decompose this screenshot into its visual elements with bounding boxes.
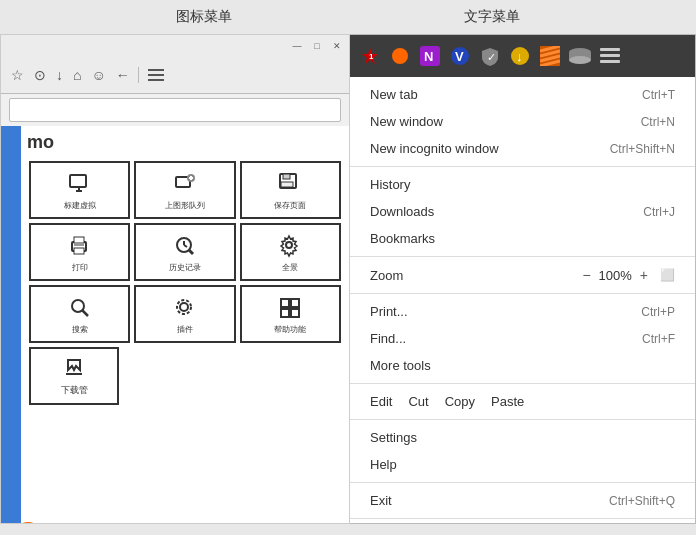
download-icon[interactable]: ↓: [54, 65, 65, 85]
download-manage-label: 下载管: [61, 384, 88, 397]
left-panel-title: 图标菜单: [176, 8, 232, 26]
paste-button[interactable]: Paste: [491, 394, 524, 409]
upload-queue-label: 上图形队列: [165, 200, 205, 211]
circle-icon[interactable]: ⊙: [32, 65, 48, 85]
icon-menu-panel: — □ ✕ ☆ ⊙ ↓ ⌂ ☺ ←: [0, 34, 350, 524]
svg-rect-23: [281, 299, 289, 307]
mo-text: mo: [27, 132, 343, 153]
search-icon: [66, 294, 94, 322]
toolbar-yellow-download-icon[interactable]: ↓: [508, 44, 532, 68]
toolbar-gray-shield-icon[interactable]: ✓: [478, 44, 502, 68]
zoom-row: Zoom − 100% + ⬜: [350, 261, 695, 289]
nav-bar: ☆ ⊙ ↓ ⌂ ☺ ←: [1, 57, 349, 93]
zoom-plus-button[interactable]: +: [640, 267, 648, 283]
toolbar-purple-n-icon[interactable]: N: [418, 44, 442, 68]
svg-text:N: N: [424, 49, 433, 64]
zoom-minus-button[interactable]: −: [582, 267, 590, 283]
zoom-label: Zoom: [370, 268, 570, 283]
svg-point-45: [569, 56, 591, 64]
toolbar-hamburger-icon[interactable]: [598, 44, 622, 68]
star-icon[interactable]: ☆: [9, 65, 26, 85]
history-menu-label: History: [370, 177, 675, 192]
menu-item-downloads[interactable]: Downloads Ctrl+J: [350, 198, 695, 225]
hamburger-menu-button[interactable]: [145, 64, 167, 86]
menu-item-history[interactable]: History: [350, 171, 695, 198]
text-menu-panel: 1 N V: [350, 34, 696, 524]
toolbar-orange-circle-icon[interactable]: [388, 44, 412, 68]
svg-rect-11: [74, 248, 84, 254]
svg-rect-46: [600, 48, 620, 51]
svg-rect-48: [600, 60, 620, 63]
help-label: Help: [370, 457, 675, 472]
svg-line-20: [82, 310, 88, 316]
find-shortcut: Ctrl+F: [642, 332, 675, 346]
cut-button[interactable]: Cut: [408, 394, 428, 409]
menu-item-new-incognito[interactable]: New incognito window Ctrl+Shift+N: [350, 135, 695, 162]
icon-cell-print[interactable]: 打印: [29, 223, 130, 281]
icon-cell-settings[interactable]: 全景: [240, 223, 341, 281]
icon-cell-history[interactable]: 历史记录: [134, 223, 235, 281]
save-page-icon: [276, 170, 304, 198]
copy-button[interactable]: Copy: [445, 394, 475, 409]
icon-cell-download-manage[interactable]: 下载管: [29, 347, 119, 405]
svg-rect-12: [74, 237, 84, 243]
menu-item-help[interactable]: Help: [350, 451, 695, 478]
zoom-value: 100%: [599, 268, 632, 283]
find-label: Find...: [370, 331, 642, 346]
help-features-label: 帮助功能: [274, 324, 306, 335]
print-shortcut: Ctrl+P: [641, 305, 675, 319]
icon-cell-create-virtual[interactable]: 标建虚拟: [29, 161, 130, 219]
title-bar: — □ ✕: [1, 35, 349, 57]
download-manage-icon: [62, 356, 86, 382]
print-menu-label: Print...: [370, 304, 641, 319]
icon-cell-help-features[interactable]: 帮助功能: [240, 285, 341, 343]
icon-grid: 标建虚拟 上图形队列: [27, 159, 343, 345]
new-window-shortcut: Ctrl+N: [641, 115, 675, 129]
home-icon[interactable]: ⌂: [71, 65, 83, 85]
menu-section-zoom: Zoom − 100% + ⬜: [350, 257, 695, 294]
maximize-button[interactable]: □: [311, 40, 323, 52]
icon-cell-upload-queue[interactable]: 上图形队列: [134, 161, 235, 219]
menu-section-exit: Exit Ctrl+Shift+Q: [350, 483, 695, 519]
blue-sidebar: [1, 126, 21, 524]
menu-item-new-window[interactable]: New window Ctrl+N: [350, 108, 695, 135]
svg-line-17: [189, 250, 193, 254]
exit-shortcut: Ctrl+Shift+Q: [609, 494, 675, 508]
menu-item-find[interactable]: Find... Ctrl+F: [350, 325, 695, 352]
bottom-row: 下载管: [27, 345, 343, 407]
menu-item-exit[interactable]: Exit Ctrl+Shift+Q: [350, 487, 695, 514]
svg-line-16: [184, 245, 187, 247]
create-virtual-icon: [66, 170, 94, 198]
menu-item-print[interactable]: Print... Ctrl+P: [350, 298, 695, 325]
svg-text:↓: ↓: [516, 49, 523, 64]
hamburger-line-2: [148, 74, 164, 76]
icon-cell-search[interactable]: 搜索: [29, 285, 130, 343]
new-incognito-label: New incognito window: [370, 141, 610, 156]
minimize-button[interactable]: —: [291, 40, 303, 52]
svg-text:✓: ✓: [487, 51, 496, 63]
menu-item-settings[interactable]: Settings: [350, 424, 695, 451]
svg-rect-25: [281, 309, 289, 317]
toolbar-orange-stripes-icon[interactable]: [538, 44, 562, 68]
settings-menu-label: Settings: [370, 430, 675, 445]
address-bar[interactable]: [9, 98, 341, 122]
toolbar-blue-v-icon[interactable]: V: [448, 44, 472, 68]
search-label: 搜索: [72, 324, 88, 335]
toolbar-red-star-icon[interactable]: 1: [358, 44, 382, 68]
browser-toolbar: 1 N V: [350, 35, 695, 77]
svg-text:V: V: [455, 49, 464, 64]
menu-item-bookmarks[interactable]: Bookmarks: [350, 225, 695, 252]
svg-point-30: [392, 48, 408, 64]
menu-item-more-tools[interactable]: More tools: [350, 352, 695, 379]
menu-item-new-tab[interactable]: New tab Ctrl+T: [350, 81, 695, 108]
plugins-label: 插件: [177, 324, 193, 335]
toolbar-gray-disk-icon[interactable]: [568, 44, 592, 68]
icon-cell-plugins[interactable]: 插件: [134, 285, 235, 343]
back-icon[interactable]: ←: [114, 65, 132, 85]
icon-cell-save-page[interactable]: 保存页面: [240, 161, 341, 219]
new-incognito-shortcut: Ctrl+Shift+N: [610, 142, 675, 156]
zoom-expand-button[interactable]: ⬜: [660, 268, 675, 282]
close-button[interactable]: ✕: [331, 40, 343, 52]
smiley-icon[interactable]: ☺: [89, 65, 107, 85]
bookmarks-label: Bookmarks: [370, 231, 675, 246]
